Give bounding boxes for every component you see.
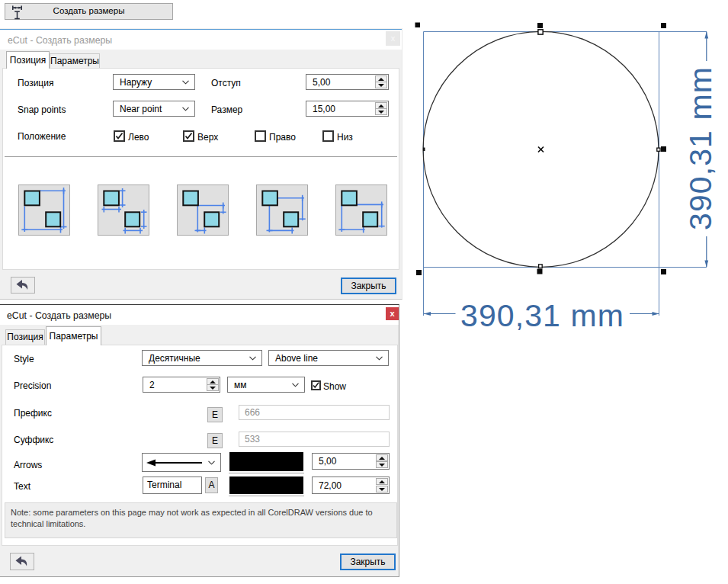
svg-text:390,31 mm: 390,31 mm (460, 298, 624, 333)
svg-text:390,31 mm: 390,31 mm (683, 66, 718, 230)
